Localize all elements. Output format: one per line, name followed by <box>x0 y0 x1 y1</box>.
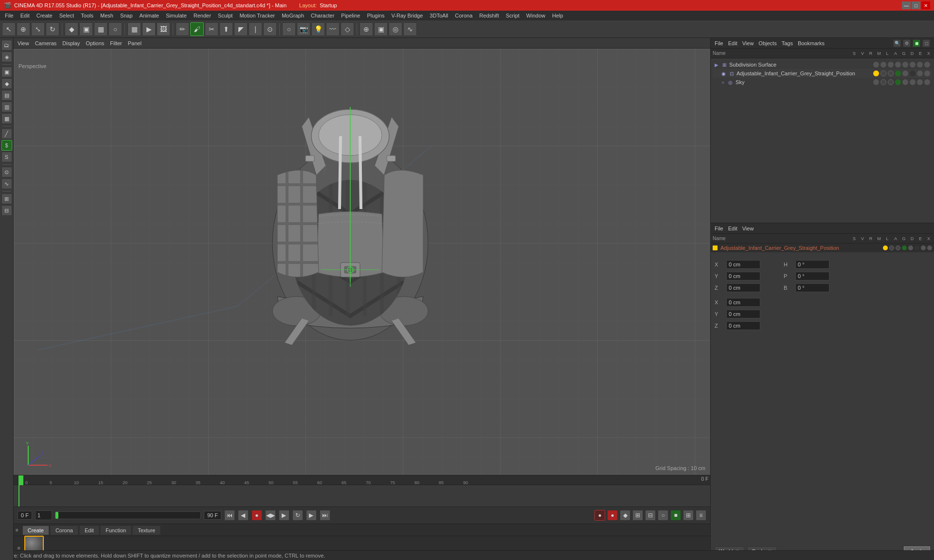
tool-line[interactable]: ╱ <box>1 128 12 139</box>
toolbar-render-picture[interactable]: 🖼 <box>157 22 170 36</box>
scene-tab-objects[interactable]: Objects <box>758 40 776 46</box>
frame-number-input[interactable] <box>35 510 52 520</box>
attr-z-pos[interactable] <box>726 283 760 292</box>
attr-h-rot[interactable] <box>795 260 829 269</box>
toolbar-points[interactable]: ◆ <box>65 22 78 36</box>
viewport-menu-display[interactable]: Display <box>62 40 80 46</box>
close-button[interactable]: ✕ <box>921 1 930 9</box>
toolbar-bevel[interactable]: ◤ <box>234 22 248 36</box>
menu-mograph[interactable]: MoGraph <box>279 12 307 19</box>
attr-p-rot[interactable] <box>795 272 829 280</box>
tool-bend[interactable]: ∿ <box>1 178 12 189</box>
menu-corona[interactable]: Corona <box>452 12 475 19</box>
tool-spline[interactable]: S <box>1 152 12 162</box>
toolbar-boole[interactable]: ⊕ <box>359 22 373 36</box>
toolbar-edges[interactable]: ▣ <box>79 22 93 36</box>
scene-item-carrier[interactable]: ◉ ⊡ Adjustable_Infant_Carrier_Grey_Strai… <box>713 69 932 78</box>
btn-play-loop[interactable]: ↻ <box>292 510 303 521</box>
menu-redshift[interactable]: Redshift <box>476 12 502 19</box>
scene-item-sky[interactable]: ○ ◎ Sky <box>713 78 932 87</box>
toolbar-magnet[interactable]: ⊙ <box>263 22 277 36</box>
btn-motion[interactable]: ○ <box>658 510 668 521</box>
viewport-menu-view[interactable]: View <box>18 40 29 46</box>
tab-create[interactable]: Create <box>22 525 49 535</box>
toolbar-pencil[interactable]: ✏ <box>176 22 189 36</box>
toolbar-render-region[interactable]: ▦ <box>127 22 141 36</box>
menu-3dto[interactable]: 3DToAll <box>427 12 451 19</box>
btn-record[interactable]: ● <box>251 510 262 521</box>
menu-animate[interactable]: Animate <box>137 12 162 19</box>
tool-object-manager[interactable]: 🗂 <box>1 40 12 51</box>
scene-tab-view[interactable]: View <box>742 40 754 46</box>
btn-next-frame[interactable]: ▶ <box>306 510 317 521</box>
toolbar-light[interactable]: 💡 <box>311 22 325 36</box>
attr-sx-scale[interactable] <box>726 298 760 307</box>
viewport-menu-cameras[interactable]: Cameras <box>35 40 57 46</box>
tool-mode4[interactable]: ▥ <box>1 102 12 112</box>
menu-plugins[interactable]: Plugins <box>364 12 387 19</box>
btn-extra4[interactable]: ≡ <box>696 510 706 521</box>
scene-tab-file[interactable]: File <box>715 40 723 46</box>
toolbar-null[interactable]: ○ <box>282 22 296 36</box>
tool-ref[interactable]: ⊟ <box>1 205 12 216</box>
toolbar-render-active[interactable]: ▶ <box>142 22 156 36</box>
toolbar-line-cut[interactable]: | <box>249 22 262 36</box>
toolbar-rotate[interactable]: ↻ <box>46 22 59 36</box>
toolbar-cam[interactable]: 📷 <box>297 22 310 36</box>
btn-prev-frame[interactable]: ◀ <box>238 510 249 521</box>
attr-object-row[interactable]: Adjustable_Infant_Carrier_Grey_Straight_… <box>711 244 934 252</box>
scene-tab-bookmarks[interactable]: Bookmarks <box>798 40 825 46</box>
btn-to-start[interactable]: ⏮ <box>224 510 235 521</box>
frame-scrubber[interactable] <box>55 511 201 519</box>
btn-play[interactable]: ▶ <box>279 510 289 521</box>
btn-timeline2[interactable]: ⊟ <box>645 510 656 521</box>
toolbar-object-mode[interactable]: ○ <box>108 22 122 36</box>
tool-something[interactable]: ◈ <box>1 52 12 62</box>
menu-mesh[interactable]: Mesh <box>97 12 116 19</box>
toolbar-new-mat[interactable]: ◇ <box>341 22 354 36</box>
attr-b-rot[interactable] <box>795 283 829 292</box>
btn-to-end[interactable]: ⏭ <box>320 510 330 521</box>
menu-file[interactable]: File <box>2 12 17 19</box>
tab-function[interactable]: Function <box>100 525 131 535</box>
maximize-button[interactable]: □ <box>912 1 920 9</box>
attr-tab-file[interactable]: File <box>715 226 723 231</box>
tool-mode1[interactable]: ▣ <box>1 67 12 77</box>
tool-mode5[interactable]: ▦ <box>1 113 12 124</box>
tab-corona[interactable]: Corona <box>50 525 78 535</box>
attr-tab-view[interactable]: View <box>742 226 754 231</box>
menu-window[interactable]: Window <box>523 12 548 19</box>
attr-sy-scale[interactable] <box>726 310 760 318</box>
toolbar-polygons[interactable]: ▦ <box>94 22 108 36</box>
viewport-canvas[interactable]: Perspective <box>14 49 710 475</box>
btn-extra2[interactable]: ● <box>607 510 618 521</box>
btn-keyframe[interactable]: ◆ <box>620 510 630 521</box>
scene-tab-tags[interactable]: Tags <box>782 40 793 46</box>
toolbar-select-model[interactable]: ↖ <box>2 22 16 36</box>
attr-y-pos[interactable] <box>726 272 760 280</box>
scene-settings-icon[interactable]: ⚙ <box>903 39 911 47</box>
toolbar-hair[interactable]: 〰 <box>326 22 340 36</box>
viewport-menu-filter[interactable]: Filter <box>110 40 122 46</box>
menu-snap[interactable]: Snap <box>117 12 136 19</box>
btn-record2[interactable]: ■ <box>670 510 681 521</box>
menu-script[interactable]: Script <box>503 12 522 19</box>
toolbar-brush[interactable]: 🖌 <box>190 22 204 36</box>
menu-tools[interactable]: Tools <box>78 12 96 19</box>
menu-create[interactable]: Create <box>34 12 55 19</box>
menu-sculpt[interactable]: Sculpt <box>215 12 236 19</box>
attr-x-pos[interactable] <box>726 260 760 269</box>
tool-mode3[interactable]: ▤ <box>1 90 12 101</box>
toolbar-extrude[interactable]: ⬆ <box>219 22 233 36</box>
scene-icon2[interactable]: ◻ <box>922 39 930 47</box>
toolbar-knife[interactable]: ✂ <box>205 22 218 36</box>
toolbar-displace[interactable]: ∿ <box>403 22 417 36</box>
menu-render[interactable]: Render <box>191 12 214 19</box>
menu-motion-tracker[interactable]: Motion Tracker <box>236 12 278 19</box>
toolbar-target[interactable]: ◎ <box>389 22 402 36</box>
attr-tab-edit[interactable]: Edit <box>728 226 737 231</box>
toolbar-subdiv[interactable]: ▣ <box>374 22 388 36</box>
toolbar-move[interactable]: ⊕ <box>17 22 30 36</box>
menu-simulate[interactable]: Simulate <box>163 12 190 19</box>
menu-help[interactable]: Help <box>549 12 566 19</box>
